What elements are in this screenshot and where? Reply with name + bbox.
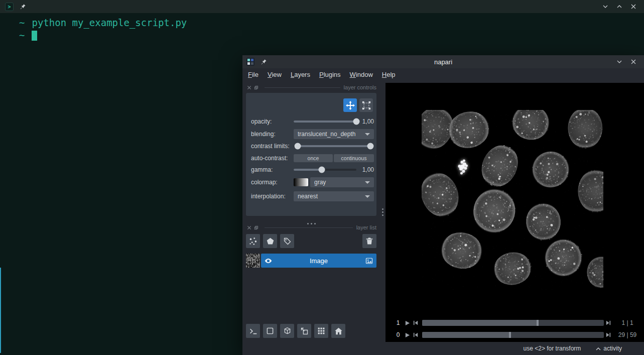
new-shapes-layer-button[interactable] bbox=[263, 234, 277, 248]
home-icon bbox=[334, 327, 343, 335]
interpolation-value: nearest bbox=[298, 193, 318, 200]
dim-slider-0-fill bbox=[422, 332, 511, 338]
gamma-slider-handle[interactable] bbox=[319, 167, 325, 173]
viewer-image[interactable] bbox=[422, 110, 603, 290]
terminal-maximize-button[interactable] bbox=[616, 3, 623, 10]
grid-view-button[interactable] bbox=[314, 324, 328, 338]
dim-axis-label: 1 bbox=[395, 319, 402, 326]
console-icon bbox=[249, 327, 257, 335]
visibility-eye-icon[interactable] bbox=[265, 257, 272, 265]
colormap-dropdown[interactable]: gray bbox=[310, 177, 374, 187]
home-button[interactable] bbox=[331, 324, 345, 338]
step-forward-button[interactable] bbox=[605, 320, 611, 325]
activity-label: activity bbox=[603, 345, 622, 352]
dock-splitter-handle[interactable] bbox=[381, 207, 384, 217]
auto-contrast-continuous-button[interactable]: continuous bbox=[334, 154, 374, 162]
pan-zoom-mode-button[interactable] bbox=[343, 98, 357, 112]
step-back-button[interactable] bbox=[412, 332, 419, 337]
dock-float-icon[interactable] bbox=[254, 225, 259, 230]
gamma-value: 1,00 bbox=[362, 166, 374, 173]
colormap-label: colormap: bbox=[251, 179, 294, 186]
transpose-dimensions-button[interactable] bbox=[297, 324, 311, 338]
blending-dropdown[interactable]: translucent_no_depth bbox=[294, 129, 374, 139]
opacity-value: 1,00 bbox=[362, 118, 374, 125]
dock-close-icon[interactable] bbox=[247, 85, 251, 90]
new-points-layer-button[interactable] bbox=[246, 234, 260, 248]
contrast-limits-label: contrast limits: bbox=[251, 143, 294, 150]
contrast-low-handle[interactable] bbox=[295, 143, 301, 150]
layer-thumbnail bbox=[246, 254, 260, 268]
napari-window: napari File View Layers Plugins Window bbox=[242, 55, 644, 355]
dim-frame-label: 1 | 1 bbox=[614, 319, 640, 326]
opacity-slider-handle[interactable] bbox=[353, 119, 360, 125]
dim-slider-row-0: 0 29 | 59 bbox=[385, 330, 644, 339]
auto-contrast-once-button[interactable]: once bbox=[294, 154, 333, 162]
menu-file[interactable]: File bbox=[243, 69, 263, 80]
menu-plugins[interactable]: Plugins bbox=[315, 69, 345, 80]
step-forward-button[interactable] bbox=[605, 332, 611, 337]
grid-icon bbox=[317, 327, 325, 335]
terminal-close-button[interactable] bbox=[630, 3, 637, 10]
layer-list-dock-title: layer list bbox=[356, 224, 376, 230]
dock-float-icon[interactable] bbox=[254, 85, 259, 90]
step-back-button[interactable] bbox=[412, 320, 419, 325]
menu-window[interactable]: Window bbox=[345, 69, 377, 80]
layer-controls-dock-titlebar: layer controls bbox=[247, 84, 376, 91]
ndisplay-toggle-button[interactable] bbox=[263, 324, 277, 338]
terminal-titlebar[interactable]: > bbox=[0, 0, 644, 13]
dim-slider-0[interactable] bbox=[422, 332, 604, 338]
new-labels-layer-button[interactable] bbox=[280, 234, 294, 248]
terminal-prompt: ~ bbox=[19, 29, 25, 42]
transform-icon bbox=[362, 101, 371, 110]
dim-frame-label: 29 | 59 bbox=[614, 331, 640, 338]
contrast-limits-slider[interactable] bbox=[294, 145, 374, 147]
dim-slider-0-handle[interactable] bbox=[509, 332, 511, 338]
contrast-high-handle[interactable] bbox=[367, 143, 373, 150]
interpolation-dropdown[interactable]: nearest bbox=[294, 191, 374, 201]
opacity-slider[interactable] bbox=[294, 121, 356, 123]
status-hint: use <2> for transform bbox=[524, 345, 581, 352]
labels-layer-icon bbox=[283, 237, 292, 246]
divider bbox=[265, 227, 353, 228]
blending-label: blending: bbox=[251, 131, 294, 138]
divider bbox=[265, 87, 340, 88]
play-button[interactable] bbox=[403, 320, 411, 326]
viewer-canvas-area[interactable]: 1 1 | 1 0 bbox=[385, 83, 644, 342]
console-button[interactable] bbox=[246, 324, 260, 338]
napari-titlebar[interactable]: napari bbox=[242, 55, 644, 68]
layer-row-image[interactable]: Image bbox=[261, 254, 376, 268]
pan-zoom-icon bbox=[346, 101, 355, 110]
layer-list: Image bbox=[246, 254, 376, 268]
dock-close-icon[interactable] bbox=[247, 225, 251, 230]
roll-dimensions-button[interactable] bbox=[280, 324, 294, 338]
menu-view[interactable]: View bbox=[263, 69, 286, 80]
dim-slider-1-handle[interactable] bbox=[537, 320, 539, 326]
menu-help[interactable]: Help bbox=[377, 69, 400, 80]
delete-layer-button[interactable] bbox=[362, 234, 376, 248]
terminal-cursor bbox=[32, 31, 37, 41]
menu-layers[interactable]: Layers bbox=[286, 69, 315, 80]
status-bar: use <2> for transform activity bbox=[242, 342, 644, 355]
terminal-content[interactable]: ~ python my_example_script.py ~ bbox=[0, 13, 644, 42]
auto-contrast-label: auto-contrast: bbox=[251, 155, 294, 162]
play-button[interactable] bbox=[403, 332, 411, 338]
pin-icon[interactable] bbox=[20, 4, 26, 10]
image-layer-type-icon bbox=[365, 257, 373, 265]
chevron-down-icon bbox=[365, 195, 370, 198]
dim-slider-1[interactable] bbox=[422, 320, 604, 326]
terminal-shade-button[interactable] bbox=[602, 3, 609, 10]
desktop: > ~ python my_example_script.py bbox=[0, 0, 644, 355]
napari-close-button[interactable] bbox=[630, 58, 637, 65]
layer-controls-dock-title: layer controls bbox=[344, 84, 376, 90]
transform-mode-button[interactable] bbox=[359, 98, 373, 112]
opacity-slider-fill bbox=[294, 121, 356, 123]
gamma-slider[interactable] bbox=[294, 169, 356, 171]
layer-controls-panel: opacity: 1,00 blending: translucent_no_d… bbox=[246, 93, 376, 216]
ndisplay-square-icon bbox=[266, 327, 274, 335]
points-layer-icon bbox=[248, 236, 257, 246]
napari-minimize-button[interactable] bbox=[616, 58, 623, 65]
blending-value: translucent_no_depth bbox=[298, 131, 355, 138]
trash-icon bbox=[365, 237, 373, 245]
terminal-app-icon: > bbox=[5, 3, 14, 11]
activity-button[interactable]: activity bbox=[596, 345, 622, 352]
